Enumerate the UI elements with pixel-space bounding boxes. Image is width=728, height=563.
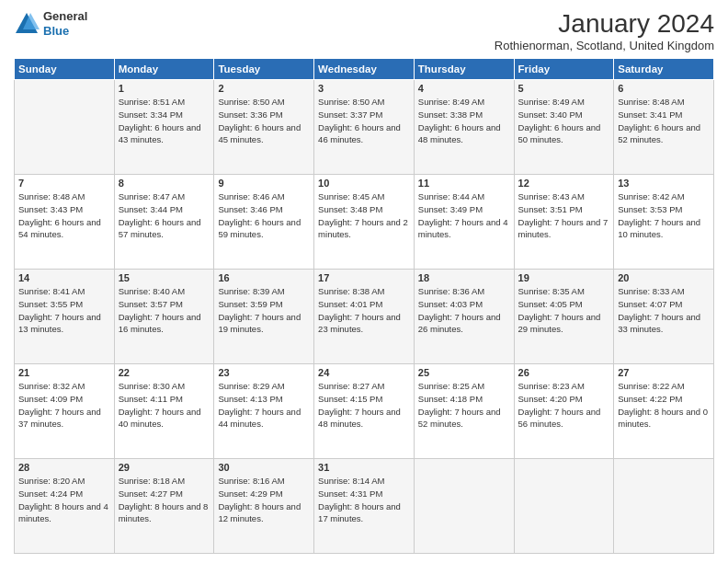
logo: General Blue: [14, 9, 87, 38]
day-header-monday: Monday: [114, 59, 214, 80]
day-number: 20: [618, 272, 710, 283]
day-number: 26: [518, 367, 610, 378]
calendar-cell: [614, 459, 714, 554]
day-header-friday: Friday: [514, 59, 614, 80]
day-number: 29: [119, 462, 210, 473]
day-number: 28: [18, 462, 110, 473]
cell-content: Sunrise: 8:35 AMSunset: 4:05 PMDaylight:…: [518, 285, 610, 336]
day-number: 22: [119, 367, 210, 378]
day-header-tuesday: Tuesday: [214, 59, 314, 80]
cell-content: Sunrise: 8:14 AMSunset: 4:31 PMDaylight:…: [318, 475, 410, 525]
calendar-cell: 9Sunrise: 8:46 AMSunset: 3:46 PMDaylight…: [214, 175, 314, 270]
cell-content: Sunrise: 8:38 AMSunset: 4:01 PMDaylight:…: [318, 285, 410, 336]
calendar-cell: 28Sunrise: 8:20 AMSunset: 4:24 PMDayligh…: [15, 459, 115, 554]
calendar-cell: 11Sunrise: 8:44 AMSunset: 3:49 PMDayligh…: [414, 175, 514, 270]
week-row-2: 14Sunrise: 8:41 AMSunset: 3:55 PMDayligh…: [15, 270, 714, 364]
calendar-cell: 23Sunrise: 8:29 AMSunset: 4:13 PMDayligh…: [214, 364, 314, 459]
day-header-saturday: Saturday: [614, 59, 714, 80]
cell-content: Sunrise: 8:46 AMSunset: 3:46 PMDaylight:…: [218, 190, 310, 241]
calendar-cell: 13Sunrise: 8:42 AMSunset: 3:53 PMDayligh…: [614, 175, 714, 270]
day-number: 24: [318, 367, 410, 378]
cell-content: Sunrise: 8:48 AMSunset: 3:43 PMDaylight:…: [18, 190, 110, 241]
cell-content: Sunrise: 8:47 AMSunset: 3:44 PMDaylight:…: [119, 190, 210, 241]
day-number: 7: [18, 178, 110, 189]
day-number: 6: [618, 83, 710, 94]
cell-content: Sunrise: 8:36 AMSunset: 4:03 PMDaylight:…: [418, 285, 510, 336]
calendar-table: SundayMondayTuesdayWednesdayThursdayFrid…: [14, 58, 714, 554]
day-number: 3: [318, 83, 410, 94]
day-number: 16: [218, 272, 310, 283]
title-block: January 2024 Rothienorman, Scotland, Uni…: [495, 9, 714, 52]
day-number: 5: [518, 83, 610, 94]
cell-content: Sunrise: 8:39 AMSunset: 3:59 PMDaylight:…: [218, 285, 310, 336]
page: General Blue January 2024 Rothienorman, …: [0, 0, 728, 563]
cell-content: Sunrise: 8:18 AMSunset: 4:27 PMDaylight:…: [119, 475, 210, 525]
cell-content: Sunrise: 8:41 AMSunset: 3:55 PMDaylight:…: [18, 285, 110, 336]
cell-content: Sunrise: 8:42 AMSunset: 3:53 PMDaylight:…: [618, 190, 710, 241]
calendar-cell: 24Sunrise: 8:27 AMSunset: 4:15 PMDayligh…: [314, 364, 415, 459]
day-number: 18: [418, 272, 510, 283]
cell-content: Sunrise: 8:23 AMSunset: 4:20 PMDaylight:…: [518, 380, 610, 431]
calendar-cell: 14Sunrise: 8:41 AMSunset: 3:55 PMDayligh…: [15, 270, 115, 364]
day-header-thursday: Thursday: [414, 59, 514, 80]
calendar-cell: [414, 459, 514, 554]
day-number: 17: [318, 272, 410, 283]
day-number: 21: [18, 367, 110, 378]
cell-content: Sunrise: 8:48 AMSunset: 3:41 PMDaylight:…: [618, 96, 710, 146]
day-number: 23: [218, 367, 310, 378]
day-number: 11: [418, 178, 510, 189]
cell-content: Sunrise: 8:33 AMSunset: 4:07 PMDaylight:…: [618, 285, 710, 336]
day-number: 31: [318, 462, 410, 473]
cell-content: Sunrise: 8:45 AMSunset: 3:48 PMDaylight:…: [318, 190, 410, 241]
calendar-cell: 10Sunrise: 8:45 AMSunset: 3:48 PMDayligh…: [314, 175, 415, 270]
cell-content: Sunrise: 8:51 AMSunset: 3:34 PMDaylight:…: [119, 96, 210, 146]
calendar-cell: 17Sunrise: 8:38 AMSunset: 4:01 PMDayligh…: [314, 270, 415, 364]
day-number: 27: [618, 367, 710, 378]
cell-content: Sunrise: 8:49 AMSunset: 3:40 PMDaylight:…: [518, 96, 610, 146]
cell-content: Sunrise: 8:44 AMSunset: 3:49 PMDaylight:…: [418, 190, 510, 241]
calendar-cell: [514, 459, 614, 554]
calendar-cell: 8Sunrise: 8:47 AMSunset: 3:44 PMDaylight…: [114, 175, 214, 270]
cell-content: Sunrise: 8:40 AMSunset: 3:57 PMDaylight:…: [119, 285, 210, 336]
week-row-0: 1Sunrise: 8:51 AMSunset: 3:34 PMDaylight…: [15, 80, 714, 175]
week-row-1: 7Sunrise: 8:48 AMSunset: 3:43 PMDaylight…: [15, 175, 714, 270]
day-header-sunday: Sunday: [15, 59, 115, 80]
calendar-cell: 12Sunrise: 8:43 AMSunset: 3:51 PMDayligh…: [514, 175, 614, 270]
calendar-cell: 18Sunrise: 8:36 AMSunset: 4:03 PMDayligh…: [414, 270, 514, 364]
day-number: 13: [618, 178, 710, 189]
calendar-cell: 27Sunrise: 8:22 AMSunset: 4:22 PMDayligh…: [614, 364, 714, 459]
calendar-cell: 16Sunrise: 8:39 AMSunset: 3:59 PMDayligh…: [214, 270, 314, 364]
week-row-3: 21Sunrise: 8:32 AMSunset: 4:09 PMDayligh…: [15, 364, 714, 459]
day-number: 15: [119, 272, 210, 283]
cell-content: Sunrise: 8:43 AMSunset: 3:51 PMDaylight:…: [518, 190, 610, 241]
calendar-cell: 15Sunrise: 8:40 AMSunset: 3:57 PMDayligh…: [114, 270, 214, 364]
calendar-cell: 29Sunrise: 8:18 AMSunset: 4:27 PMDayligh…: [114, 459, 214, 554]
day-number: 1: [119, 83, 210, 94]
calendar-cell: 26Sunrise: 8:23 AMSunset: 4:20 PMDayligh…: [514, 364, 614, 459]
header-row: SundayMondayTuesdayWednesdayThursdayFrid…: [15, 59, 714, 80]
day-number: 2: [218, 83, 310, 94]
cell-content: Sunrise: 8:20 AMSunset: 4:24 PMDaylight:…: [18, 475, 110, 525]
calendar-cell: 30Sunrise: 8:16 AMSunset: 4:29 PMDayligh…: [214, 459, 314, 554]
day-number: 12: [518, 178, 610, 189]
location: Rothienorman, Scotland, United Kingdom: [495, 39, 714, 52]
calendar-cell: 7Sunrise: 8:48 AMSunset: 3:43 PMDaylight…: [15, 175, 115, 270]
calendar-cell: 6Sunrise: 8:48 AMSunset: 3:41 PMDaylight…: [614, 80, 714, 175]
logo-general: General: [43, 9, 87, 23]
day-number: 8: [119, 178, 210, 189]
week-row-4: 28Sunrise: 8:20 AMSunset: 4:24 PMDayligh…: [15, 459, 714, 554]
day-number: 14: [18, 272, 110, 283]
day-number: 9: [218, 178, 310, 189]
cell-content: Sunrise: 8:22 AMSunset: 4:22 PMDaylight:…: [618, 380, 710, 431]
logo-icon: [14, 11, 40, 37]
cell-content: Sunrise: 8:49 AMSunset: 3:38 PMDaylight:…: [418, 96, 510, 146]
cell-content: Sunrise: 8:27 AMSunset: 4:15 PMDaylight:…: [318, 380, 410, 431]
calendar-cell: [15, 80, 115, 175]
cell-content: Sunrise: 8:30 AMSunset: 4:11 PMDaylight:…: [119, 380, 210, 431]
day-header-wednesday: Wednesday: [314, 59, 415, 80]
calendar-cell: 3Sunrise: 8:50 AMSunset: 3:37 PMDaylight…: [314, 80, 415, 175]
cell-content: Sunrise: 8:16 AMSunset: 4:29 PMDaylight:…: [218, 475, 310, 525]
cell-content: Sunrise: 8:29 AMSunset: 4:13 PMDaylight:…: [218, 380, 310, 431]
day-number: 4: [418, 83, 510, 94]
calendar-cell: 19Sunrise: 8:35 AMSunset: 4:05 PMDayligh…: [514, 270, 614, 364]
